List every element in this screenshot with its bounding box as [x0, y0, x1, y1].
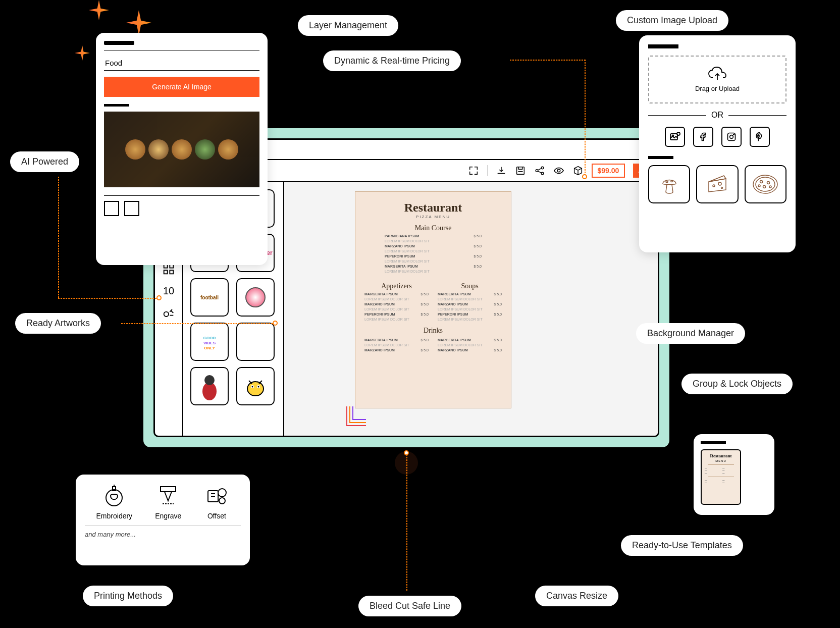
- preview-icon[interactable]: [553, 165, 564, 176]
- template-thumbnail[interactable]: Restaurant MENU ━━━━━━━━━━━━ ━━━━━━━━: [701, 449, 741, 505]
- svg-rect-48: [161, 487, 176, 492]
- option-box[interactable]: [104, 201, 119, 216]
- pinterest-icon[interactable]: [750, 127, 770, 147]
- svg-rect-14: [170, 270, 173, 274]
- artwork-tile[interactable]: football: [190, 278, 229, 317]
- ai-prompt-input[interactable]: [104, 56, 259, 71]
- print-label: Engrave: [155, 512, 181, 520]
- svg-point-37: [718, 182, 721, 185]
- menu-title: Restaurant: [364, 201, 502, 215]
- pill-ready-artworks: Ready Artworks: [15, 313, 101, 334]
- svg-point-35: [671, 181, 673, 182]
- facebook-icon[interactable]: [693, 127, 713, 147]
- artwork-tile[interactable]: [236, 278, 275, 317]
- pill-ready-templates: Ready-to-Use Templates: [621, 535, 743, 556]
- svg-point-50: [218, 489, 226, 497]
- instagram-icon[interactable]: [721, 127, 742, 147]
- upload-panel: Drag or Upload OR: [639, 35, 796, 252]
- printing-more: and many more...: [85, 531, 241, 538]
- offset-icon: [204, 484, 229, 509]
- pill-group-lock: Group & Lock Objects: [681, 374, 793, 394]
- ingredients-icon[interactable]: [162, 306, 176, 320]
- svg-rect-13: [164, 270, 168, 274]
- svg-point-44: [769, 186, 771, 188]
- menu-section: Main Course: [364, 224, 502, 232]
- or-label: OR: [711, 111, 723, 120]
- svg-point-21: [204, 375, 215, 385]
- menu-subtitle: PIZZA MENU: [364, 215, 502, 219]
- svg-text:GOOD: GOOD: [203, 336, 216, 340]
- pill-ai-powered: AI Powered: [10, 151, 79, 172]
- svg-text:VIBES: VIBES: [203, 341, 216, 345]
- ingredient-cheese[interactable]: [696, 165, 738, 203]
- download-icon[interactable]: [496, 165, 507, 176]
- artwork-tile[interactable]: [190, 367, 229, 405]
- ai-panel: Generate AI Image: [96, 33, 268, 265]
- sparkle-icon: [126, 10, 151, 35]
- artwork-tile[interactable]: [236, 367, 275, 405]
- side-number[interactable]: 10: [163, 285, 174, 297]
- svg-point-36: [713, 185, 715, 187]
- svg-point-43: [763, 186, 766, 188]
- box-icon[interactable]: [572, 165, 584, 176]
- svg-point-51: [219, 498, 225, 504]
- svg-text:ONLY: ONLY: [204, 346, 215, 350]
- pill-bleed-cut: Bleed Cut Safe Line: [358, 596, 461, 616]
- svg-point-39: [753, 175, 777, 193]
- sparkle-icon: [75, 45, 90, 61]
- printing-panel: Embroidery Engrave Offset and many more.…: [76, 475, 250, 565]
- ingredient-pizza[interactable]: [745, 165, 786, 203]
- template-panel: Restaurant MENU ━━━━━━━━━━━━ ━━━━━━━━: [694, 434, 774, 515]
- artwork-tile[interactable]: GOODVIBESONLY: [190, 323, 229, 361]
- menu-design[interactable]: Restaurant PIZZA MENU Main Course PARMIG…: [355, 191, 511, 408]
- svg-point-45: [758, 185, 760, 187]
- svg-point-38: [721, 187, 722, 189]
- pill-dynamic-pricing: Dynamic & Real-time Pricing: [323, 50, 461, 71]
- ai-generated-image[interactable]: [104, 112, 259, 187]
- gallery-icon[interactable]: [665, 127, 685, 147]
- svg-point-27: [258, 386, 259, 388]
- embroidery-icon: [101, 484, 127, 509]
- print-label: Offset: [207, 512, 226, 520]
- svg-point-46: [106, 490, 122, 506]
- share-icon[interactable]: [534, 165, 545, 176]
- pill-printing-methods: Printing Methods: [83, 586, 173, 606]
- bleed-corner-icon: [346, 406, 366, 427]
- upload-dropzone[interactable]: Drag or Upload: [648, 56, 786, 103]
- svg-point-26: [252, 386, 253, 388]
- svg-point-15: [164, 312, 169, 317]
- menu-section: Appetizers: [364, 282, 429, 290]
- pill-custom-upload: Custom Image Upload: [616, 10, 728, 31]
- svg-point-42: [767, 182, 770, 184]
- generate-ai-button[interactable]: Generate AI Image: [104, 77, 259, 97]
- dropzone-label: Drag or Upload: [695, 85, 740, 92]
- menu-section: Drinks: [364, 327, 502, 335]
- engrave-icon: [155, 484, 181, 509]
- svg-point-41: [760, 181, 763, 183]
- pill-background-manager: Background Manager: [636, 323, 745, 344]
- expand-icon[interactable]: [468, 165, 479, 176]
- menu-section: Soups: [438, 282, 502, 290]
- svg-point-32: [730, 135, 733, 139]
- svg-point-4: [557, 169, 560, 172]
- sparkle-icon: [89, 0, 109, 20]
- svg-point-40: [756, 177, 775, 191]
- cloud-upload-icon: [708, 67, 727, 82]
- print-label: Embroidery: [96, 512, 133, 520]
- pill-layer-management: Layer Management: [298, 15, 398, 36]
- save-icon[interactable]: [515, 165, 526, 176]
- artwork-tile[interactable]: [236, 323, 275, 361]
- svg-point-34: [666, 181, 668, 183]
- price-button[interactable]: $99.00: [592, 164, 625, 178]
- svg-point-33: [733, 134, 734, 135]
- ingredient-mushroom[interactable]: [648, 165, 690, 203]
- option-box[interactable]: [124, 201, 139, 216]
- canvas-area[interactable]: Restaurant PIZZA MENU Main Course PARMIG…: [284, 182, 658, 436]
- svg-rect-0: [516, 167, 524, 175]
- pill-canvas-resize: Canvas Resize: [535, 586, 618, 606]
